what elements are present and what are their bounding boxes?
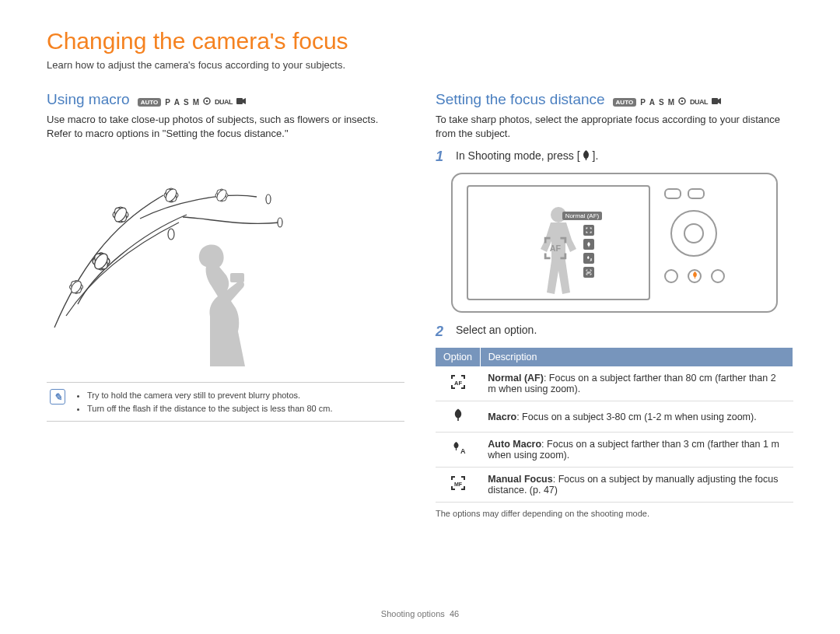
- mode-s: S: [184, 98, 189, 107]
- step-1-number: 1: [436, 149, 448, 165]
- camera-screen: Normal (AF) AF A MF: [467, 185, 650, 300]
- screen-option-mf-icon: MF: [583, 267, 594, 278]
- mode-auto-badge: AUTO: [138, 98, 162, 107]
- svg-rect-30: [586, 158, 586, 160]
- svg-rect-33: [589, 246, 590, 247]
- dpad: [670, 210, 717, 257]
- mode-dual-badge: DUAL: [690, 98, 708, 106]
- page-intro: Learn how to adjust the camera's focus a…: [47, 59, 793, 71]
- note-box: ✎ Try to hold the camera very still to p…: [47, 382, 404, 422]
- screen-option-af-icon: [583, 225, 594, 236]
- table-foot-note: The options may differ depending on the …: [436, 509, 793, 518]
- svg-text:A: A: [460, 447, 466, 455]
- movie-icon: [236, 97, 246, 107]
- note-1: Try to hold the camera very still to pre…: [87, 389, 333, 402]
- macro-description: Macro: Focus on a subject 3-80 cm (1-2 m…: [480, 401, 793, 433]
- svg-text:AF: AF: [550, 243, 562, 253]
- macro-button-icon: [580, 149, 593, 161]
- control-button-bottom-1: [664, 269, 678, 283]
- page-footer: Shooting options 46: [0, 609, 840, 618]
- mode-a: A: [649, 98, 655, 107]
- svg-point-25: [278, 218, 282, 227]
- mode-dual-badge: DUAL: [215, 98, 233, 106]
- manual-focus-description: Manual Focus: Focus on a subject by manu…: [480, 468, 793, 503]
- note-2: Turn off the flash if the distance to th…: [87, 402, 333, 415]
- normal-af-description: Normal (AF): Focus on a subject farther …: [480, 366, 793, 401]
- macro-highlight-icon: [691, 271, 699, 282]
- focus-distance-body: To take sharp photos, select the appropr…: [436, 113, 793, 141]
- svg-rect-38: [457, 418, 459, 421]
- mode-scene-icon: [203, 97, 211, 107]
- using-macro-heading: Using macro: [47, 91, 130, 108]
- right-column: Setting the focus distance AUTO P A S M …: [436, 91, 793, 518]
- mode-badges-left: AUTO P A S M DUAL: [138, 97, 246, 108]
- focus-options-table: Option Description AF Normal (AF): Focus…: [436, 348, 793, 503]
- mode-p: P: [165, 98, 170, 107]
- svg-point-28: [681, 100, 683, 102]
- step-1-text: In Shooting mode, press [ ].: [456, 149, 598, 162]
- screen-af-icon: AF: [544, 236, 567, 263]
- table-row-macro: Macro: Focus on a subject 3-80 cm (1-2 m…: [436, 401, 793, 433]
- using-macro-body: Use macro to take close-up photos of sub…: [47, 113, 404, 141]
- mode-a: A: [174, 98, 180, 107]
- mode-auto-badge: AUTO: [613, 98, 637, 107]
- table-row-manual-focus: MF Manual Focus: Focus on a subject by m…: [436, 468, 793, 503]
- control-button-top-2: [688, 188, 705, 199]
- svg-rect-39: [456, 448, 457, 450]
- left-column: Using macro AUTO P A S M DUAL Use macro …: [47, 91, 404, 518]
- mode-m: M: [193, 98, 199, 107]
- table-row-normal-af: AF Normal (AF): Focus on a subject farth…: [436, 366, 793, 401]
- svg-text:MF: MF: [587, 271, 592, 275]
- table-header-description: Description: [480, 348, 793, 366]
- page-title: Changing the camera's focus: [47, 28, 793, 54]
- manual-focus-icon: MF: [436, 468, 480, 503]
- control-button-bottom-macro: [688, 269, 702, 283]
- mode-m: M: [668, 98, 674, 107]
- svg-point-1: [206, 100, 208, 102]
- auto-macro-description: Auto Macro: Focus on a subject farther t…: [480, 433, 793, 468]
- screen-option-automacro-icon: A: [583, 253, 594, 264]
- svg-rect-26: [230, 273, 244, 282]
- svg-rect-36: [695, 277, 695, 278]
- mode-p: P: [640, 98, 646, 107]
- table-header-option: Option: [436, 348, 480, 366]
- macro-illustration: [47, 149, 311, 366]
- step-2-number: 2: [436, 324, 448, 340]
- svg-point-23: [168, 229, 174, 240]
- auto-macro-icon: A: [436, 433, 480, 468]
- svg-point-24: [266, 194, 271, 204]
- svg-text:A: A: [590, 258, 592, 262]
- svg-text:AF: AF: [454, 379, 462, 386]
- step-2-text: Select an option.: [456, 324, 537, 336]
- focus-distance-heading: Setting the focus distance: [436, 91, 605, 108]
- note-icon: ✎: [50, 389, 65, 405]
- normal-af-icon: AF: [436, 366, 480, 401]
- movie-icon: [712, 97, 721, 107]
- camera-back-illustration: Normal (AF) AF A MF: [451, 173, 778, 313]
- control-button-top-1: [664, 188, 681, 199]
- svg-rect-2: [236, 98, 243, 104]
- svg-text:MF: MF: [454, 481, 463, 486]
- mode-badges-right: AUTO P A S M DUAL: [613, 97, 721, 108]
- mode-s: S: [659, 98, 664, 107]
- mode-scene-icon: [678, 97, 686, 107]
- control-button-bottom-3: [711, 269, 725, 283]
- dpad-center: [684, 223, 704, 243]
- footer-page-number: 46: [450, 609, 459, 618]
- svg-rect-29: [712, 98, 718, 104]
- screen-option-macro-icon: [583, 239, 594, 250]
- table-row-auto-macro: A Auto Macro: Focus on a subject farther…: [436, 433, 793, 468]
- screen-focus-label: Normal (AF): [562, 212, 603, 220]
- macro-icon: [436, 401, 480, 433]
- footer-chapter: Shooting options: [381, 609, 445, 618]
